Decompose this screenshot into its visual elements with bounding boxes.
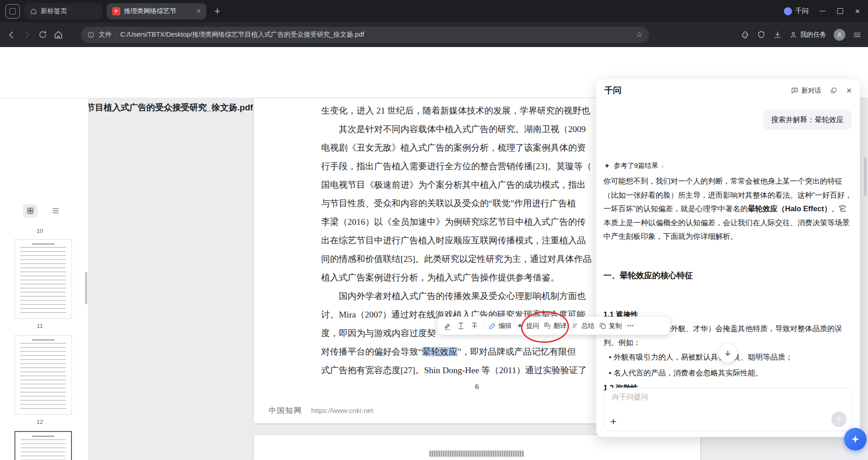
download-icon[interactable] xyxy=(773,30,782,39)
summarize-icon xyxy=(571,322,579,330)
blurred-barcode-image xyxy=(430,451,525,457)
new-chat-button[interactable]: 新对话 xyxy=(791,86,821,95)
extensions-icon[interactable] xyxy=(740,30,749,39)
thumbnail-page-label: 10 xyxy=(4,228,76,234)
ask-sparkle-icon xyxy=(516,322,524,330)
send-arrow-icon xyxy=(835,416,843,423)
translate-button[interactable]: 翻译 xyxy=(544,322,567,330)
file-scheme-label: 文件 xyxy=(99,30,112,39)
pdf-favicon-icon: P xyxy=(112,7,120,15)
selected-text[interactable]: 晕轮效应 xyxy=(422,347,457,356)
strikethrough-icon xyxy=(470,321,479,330)
copy-button[interactable]: 复制 xyxy=(599,322,622,330)
thumbnail-page-12[interactable] xyxy=(14,335,72,415)
menu-icon[interactable] xyxy=(853,30,862,39)
ask-ai-button[interactable]: 提问 xyxy=(516,322,539,330)
forward-icon[interactable] xyxy=(22,30,32,40)
close-panel-icon[interactable]: × xyxy=(846,86,852,95)
attach-plus-icon[interactable]: + xyxy=(610,416,617,427)
translate-icon xyxy=(544,322,551,330)
scroll-down-button[interactable] xyxy=(718,344,737,363)
strikethrough-button[interactable] xyxy=(470,321,479,330)
popout-icon[interactable] xyxy=(830,87,837,94)
more-icon[interactable] xyxy=(626,322,635,330)
list-view-icon xyxy=(52,207,60,215)
highlight-icon xyxy=(443,321,452,331)
refresh-icon[interactable] xyxy=(38,30,47,39)
tasks-icon xyxy=(789,31,797,39)
minimize-icon[interactable] xyxy=(820,11,825,12)
source-url[interactable]: https://www.cnki.net xyxy=(311,407,373,415)
qianwen-badge[interactable]: 千问 xyxy=(784,7,809,15)
browser-window: 新标签页 P 推理类网络综艺节 × + 千问 × 文件 C:/Users/TBT… xyxy=(0,0,868,460)
info-icon[interactable] xyxy=(87,31,95,38)
text-selection-toolbar: 编辑 提问 翻译 总结 复制 xyxy=(437,317,670,335)
close-window-icon[interactable]: × xyxy=(855,7,860,15)
grid-view-icon xyxy=(26,207,34,215)
qianwen-assistant-panel: 千问 新对话 × 搜索并解释：晕轮效应 参考了9篇结果 › 你可能想不到，我们对… xyxy=(596,79,860,437)
underline-button[interactable] xyxy=(456,321,465,330)
answer-section-heading: 一、晕轮效应的核心特征 xyxy=(603,270,693,281)
thumbnail-page-11[interactable] xyxy=(14,239,72,319)
address-url-field[interactable]: 文件 C:/Users/TBTX/Desktop/推理类网络综艺节目植入式广告的… xyxy=(81,27,649,43)
pdf-page-7 xyxy=(254,435,700,460)
home-icon xyxy=(30,8,37,15)
references-row[interactable]: 参考了9篇结果 › xyxy=(603,161,664,170)
close-tab-icon[interactable]: × xyxy=(197,8,201,15)
thumbnail-page-label: 11 xyxy=(4,322,76,329)
avatar-person-icon xyxy=(836,31,843,38)
back-icon[interactable] xyxy=(6,30,16,40)
edit-pen-icon xyxy=(489,322,496,330)
send-button[interactable] xyxy=(831,412,847,427)
answer-bullet: 名人代言的产品，消费者会忽略其实际性能。 xyxy=(609,368,854,378)
tab-label: 推理类网络综艺节 xyxy=(124,7,193,15)
thumbnail-sidebar: 10 11 12 13 xyxy=(0,98,89,460)
qianwen-logo-icon xyxy=(784,7,792,15)
document-toolbar: 推理类网络综艺节目植入式广告的受众接受研究_徐文扬.pdf 主页 批注 编辑 转… xyxy=(0,47,868,75)
sparkle-icon xyxy=(603,162,611,170)
panel-header: 千问 新对话 × xyxy=(596,79,860,102)
underline-icon xyxy=(456,321,465,330)
selection-edit-button[interactable]: 编辑 xyxy=(489,322,512,330)
tab-label: 新标签页 xyxy=(41,7,97,15)
sidebar-scrollbar[interactable] xyxy=(85,272,87,304)
browser-logo-icon[interactable] xyxy=(5,4,20,19)
maximize-icon[interactable] xyxy=(837,8,843,14)
halo-effect-term: 晕轮效应（Halo Effect） xyxy=(748,204,831,213)
browser-tab-bar: 新标签页 P 推理类网络综艺节 × + 千问 × xyxy=(0,0,868,22)
highlight-button[interactable] xyxy=(443,321,452,331)
panel-title: 千问 xyxy=(604,85,782,96)
assistant-fab[interactable] xyxy=(844,428,867,451)
user-message-bubble: 搜索并解释：晕轮效应 xyxy=(763,110,852,130)
fab-sparkle-icon xyxy=(850,434,860,444)
arrow-down-icon xyxy=(724,349,732,357)
thumbnail-page-13-selected[interactable] xyxy=(14,431,72,460)
my-tasks-button[interactable]: 我的任务 xyxy=(789,30,826,39)
avatar[interactable] xyxy=(834,29,845,41)
assistant-input-box[interactable]: + xyxy=(603,388,853,431)
window-scrollbar[interactable] xyxy=(864,157,867,196)
source-footer: 中国知网 https://www.cnki.net xyxy=(269,406,373,416)
grid-view-button[interactable] xyxy=(23,204,38,218)
tab-pdf-document[interactable]: P 推理类网络综艺节 × xyxy=(107,3,206,19)
copy-icon xyxy=(599,322,607,330)
summarize-button[interactable]: 总结 xyxy=(571,322,594,330)
chevron-right-icon: › xyxy=(661,162,664,170)
tab-new-tab[interactable]: 新标签页 xyxy=(24,3,102,19)
new-tab-button[interactable]: + xyxy=(211,6,224,16)
list-view-button[interactable] xyxy=(48,204,63,218)
address-bar-row: 文件 C:/Users/TBTX/Desktop/推理类网络综艺节目植入式广告的… xyxy=(0,22,868,47)
assistant-question-input[interactable] xyxy=(611,393,839,402)
new-chat-icon xyxy=(791,86,799,95)
source-name: 中国知网 xyxy=(269,406,302,416)
url-text: C:/Users/TBTX/Desktop/推理类网络综艺节目植入式广告的受众接… xyxy=(120,30,632,39)
home-icon[interactable] xyxy=(53,30,63,40)
thumbnail-page-label: 12 xyxy=(4,418,76,425)
shield-icon[interactable] xyxy=(757,30,766,39)
assistant-answer-intro: 你可能想不到，我们对一个人的判断，常常会被他身上某一个突出的特征（比如一张好看的… xyxy=(603,174,854,243)
bookmark-star-icon[interactable]: ☆ xyxy=(636,30,643,39)
